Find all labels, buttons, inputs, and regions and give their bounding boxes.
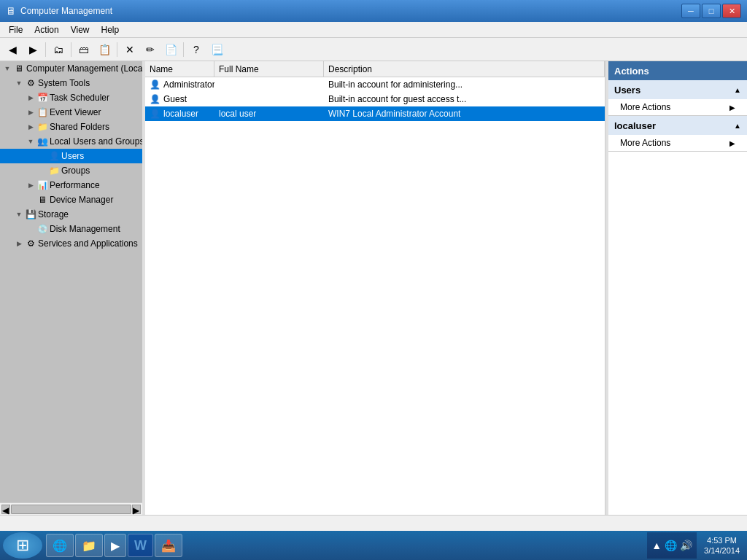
help-button[interactable]: ? bbox=[187, 40, 206, 59]
table-body: 👤AdministratorBuilt-in account for admin… bbox=[145, 77, 605, 121]
tree-item-local-users-groups[interactable]: ▼👥Local Users and Groups bbox=[0, 134, 142, 149]
extra-button[interactable]: 📃 bbox=[207, 40, 226, 59]
back-button[interactable]: ◀ bbox=[3, 40, 22, 59]
tree-item-task-scheduler[interactable]: ▶📅Task Scheduler bbox=[0, 90, 142, 105]
icon-services-applications: ⚙ bbox=[25, 238, 36, 249]
actions-header-users-section[interactable]: Users▲ bbox=[608, 80, 747, 99]
expand-groups bbox=[36, 165, 48, 176]
icon-disk-management: 💿 bbox=[36, 223, 48, 235]
label-event-viewer: Event Viewer bbox=[50, 107, 101, 117]
table-row-guest[interactable]: 👤GuestBuilt-in account for guest access … bbox=[145, 92, 605, 106]
show-console-tree-button[interactable]: 🗂 bbox=[49, 40, 68, 59]
close-button[interactable]: ✕ bbox=[722, 4, 741, 18]
maximize-button[interactable]: □ bbox=[702, 4, 721, 18]
menu-view[interactable]: View bbox=[65, 22, 96, 37]
app-icon: 🖥 bbox=[6, 5, 16, 17]
tree-item-groups[interactable]: 📁Groups bbox=[0, 163, 142, 178]
clock[interactable]: 4:53 PM 3/14/2014 bbox=[700, 535, 744, 556]
expand-performance[interactable]: ▶ bbox=[25, 179, 36, 191]
taskbar-word-button[interactable]: W bbox=[128, 534, 153, 557]
icon-local-users-groups: 👥 bbox=[36, 136, 48, 147]
cell-name-localuser: 👤localuser bbox=[145, 106, 214, 121]
clock-time: 4:53 PM bbox=[704, 535, 740, 545]
label-users: Users bbox=[61, 151, 84, 161]
tree-item-storage[interactable]: ▼💾Storage bbox=[0, 207, 142, 222]
action-item-more-actions-localuser[interactable]: More Actions▶ bbox=[608, 135, 747, 151]
label-shared-folders: Shared Folders bbox=[50, 122, 109, 132]
cell-fullname-guest bbox=[214, 92, 324, 106]
new-window-button[interactable]: 🗃 bbox=[74, 40, 93, 59]
scroll-left-button[interactable]: ◀ bbox=[1, 505, 10, 514]
minimize-button[interactable]: ─ bbox=[681, 4, 700, 18]
label-performance: Performance bbox=[50, 180, 100, 190]
icon-event-viewer: 📋 bbox=[36, 106, 48, 118]
icon-groups: 📁 bbox=[48, 165, 60, 176]
main-area: ▼🖥Computer Management (Local▼⚙System Too… bbox=[0, 61, 747, 515]
expand-task-scheduler[interactable]: ▶ bbox=[25, 92, 36, 104]
icon-storage: 💾 bbox=[25, 209, 36, 220]
column-header-fullname[interactable]: Full Name bbox=[214, 61, 324, 77]
delete-button[interactable]: ✕ bbox=[120, 40, 139, 59]
actions-pane-title: Actions bbox=[614, 66, 649, 77]
expand-local-users-groups[interactable]: ▼ bbox=[25, 136, 36, 147]
menu-file[interactable]: File bbox=[3, 22, 28, 37]
table-row-localuser[interactable]: 👤localuserlocal userWIN7 Local Administr… bbox=[145, 106, 605, 121]
new-taskpad-button[interactable]: 📋 bbox=[95, 40, 114, 59]
taskbar-mediaplayer-button[interactable]: ▶ bbox=[104, 534, 126, 557]
volume-icon[interactable]: 🔊 bbox=[680, 540, 692, 551]
expand-storage[interactable]: ▼ bbox=[13, 209, 25, 220]
toolbar-separator-2 bbox=[71, 42, 71, 57]
rename-button[interactable]: ✏ bbox=[141, 40, 160, 59]
cell-name-guest: 👤Guest bbox=[145, 92, 214, 106]
taskbar-ie-button[interactable]: 🌐 bbox=[46, 534, 74, 557]
tree-item-event-viewer[interactable]: ▶📋Event Viewer bbox=[0, 105, 142, 120]
tree-item-performance[interactable]: ▶📊Performance bbox=[0, 178, 142, 192]
start-button[interactable]: ⊞ bbox=[3, 532, 42, 559]
scroll-right-button[interactable]: ▶ bbox=[132, 505, 141, 514]
taskbar-explorer-button[interactable]: 📁 bbox=[75, 534, 103, 557]
scroll-track[interactable] bbox=[11, 505, 131, 514]
expand-system-tools[interactable]: ▼ bbox=[13, 77, 25, 89]
menu-action[interactable]: Action bbox=[28, 22, 64, 37]
actions-header-label-localuser-section: localuser bbox=[614, 120, 656, 131]
statusbar bbox=[0, 515, 747, 531]
action-label-more-actions-users: More Actions bbox=[620, 102, 670, 112]
actions-header-localuser-section[interactable]: localuser▲ bbox=[608, 116, 747, 135]
taskbar-right: ▲ 🌐 🔊 4:53 PM 3/14/2014 bbox=[647, 532, 744, 559]
toolbar: ◀ ▶ 🗂 🗃 📋 ✕ ✏ 📄 ? 📃 bbox=[0, 38, 747, 61]
properties-button[interactable]: 📄 bbox=[161, 40, 180, 59]
forward-button[interactable]: ▶ bbox=[23, 40, 42, 59]
icon-computer-management: 🖥 bbox=[13, 63, 25, 74]
actions-collapse-localuser-section[interactable]: ▲ bbox=[734, 122, 741, 130]
expand-computer-management[interactable]: ▼ bbox=[1, 63, 13, 74]
mediaplayer-icon: ▶ bbox=[111, 539, 120, 553]
tree-item-system-tools[interactable]: ▼⚙System Tools bbox=[0, 76, 142, 90]
expand-services-applications[interactable]: ▶ bbox=[13, 238, 25, 249]
column-header-description[interactable]: Description bbox=[324, 61, 605, 77]
icon-system-tools: ⚙ bbox=[25, 77, 36, 89]
tree-item-computer-management[interactable]: ▼🖥Computer Management (Local bbox=[0, 61, 142, 76]
toolbar-separator-4 bbox=[183, 42, 184, 57]
tree-item-shared-folders[interactable]: ▶📁Shared Folders bbox=[0, 120, 142, 134]
actions-pane-header: Actions bbox=[608, 61, 747, 80]
actions-collapse-users-section[interactable]: ▲ bbox=[734, 86, 741, 94]
cell-description-guest: Built-in account for guest access t... bbox=[324, 92, 605, 106]
action-item-more-actions-users[interactable]: More Actions▶ bbox=[608, 99, 747, 115]
clock-date: 3/14/2014 bbox=[704, 545, 740, 556]
expand-shared-folders[interactable]: ▶ bbox=[25, 121, 36, 133]
tree-horizontal-scrollbar[interactable]: ◀ ▶ bbox=[0, 502, 142, 515]
tree-item-device-manager[interactable]: 🖥Device Manager bbox=[0, 192, 142, 207]
user-icon-localuser: 👤 bbox=[150, 109, 160, 119]
tree-item-services-applications[interactable]: ▶⚙Services and Applications bbox=[0, 236, 142, 251]
taskbar-downloads-button[interactable]: 📥 bbox=[155, 534, 182, 557]
menu-help[interactable]: Help bbox=[96, 22, 125, 37]
tray-expand-button[interactable]: ▲ bbox=[651, 540, 662, 551]
network-icon[interactable]: 🌐 bbox=[665, 540, 677, 551]
column-header-name[interactable]: Name bbox=[145, 61, 214, 77]
label-system-tools: System Tools bbox=[38, 78, 90, 88]
expand-disk-management bbox=[25, 223, 36, 235]
tree-item-disk-management[interactable]: 💿Disk Management bbox=[0, 222, 142, 236]
table-row-administrator[interactable]: 👤AdministratorBuilt-in account for admin… bbox=[145, 77, 605, 92]
tree-item-users[interactable]: 👤Users bbox=[0, 149, 142, 163]
expand-event-viewer[interactable]: ▶ bbox=[25, 106, 36, 118]
